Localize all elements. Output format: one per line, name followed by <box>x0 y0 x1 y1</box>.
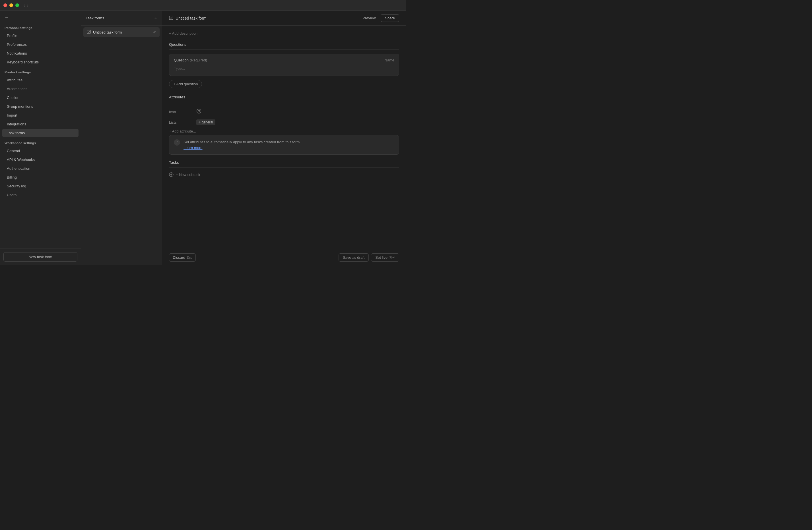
personal-settings-label: Personal settings <box>0 22 81 31</box>
form-item-label: Untitled task form <box>93 30 150 34</box>
info-text-content: Set attributes to automatically apply to… <box>184 140 301 144</box>
attribute-tag-text: general <box>202 120 213 124</box>
form-title-icon <box>169 16 173 21</box>
bottom-left: Discard Esc <box>169 253 196 262</box>
attribute-icon-value <box>196 108 201 115</box>
workspace-settings-label: Workspace settings <box>0 137 81 146</box>
discard-button[interactable]: Discard Esc <box>169 253 196 262</box>
header-actions: Preview Share <box>360 14 399 22</box>
new-subtask-label: + New subtask <box>176 173 200 177</box>
question-title: Question <box>174 58 189 62</box>
add-form-button[interactable]: + <box>154 16 157 21</box>
preview-button[interactable]: Preview <box>360 15 378 21</box>
tasks-section: Tasks + New subtask <box>169 160 399 179</box>
attributes-heading: Attributes <box>169 95 399 102</box>
questions-heading: Questions <box>169 42 399 50</box>
learn-more-link[interactable]: Learn more <box>184 146 202 150</box>
main-body: + Add description Questions Question (Re… <box>162 26 406 250</box>
question-card: Question (Required) Name <box>169 54 399 76</box>
nav-arrows: ‹ › <box>24 3 28 8</box>
add-description-button[interactable]: + Add description <box>169 31 399 35</box>
nav-back-icon[interactable]: ‹ <box>24 3 25 8</box>
sidebar-item-import[interactable]: Import <box>2 111 78 119</box>
sidebar-item-notifications[interactable]: Notifications <box>2 49 78 57</box>
new-subtask-button[interactable]: + New subtask <box>169 171 399 179</box>
attribute-row-icon: Icon <box>169 106 399 117</box>
share-button[interactable]: Share <box>381 14 399 22</box>
attribute-icon-key: Icon <box>169 110 192 114</box>
minimize-button[interactable] <box>10 3 13 7</box>
sidebar-header: ← <box>0 11 81 22</box>
question-title-area: Question (Required) <box>174 58 207 62</box>
discard-label: Discard <box>173 255 185 260</box>
add-attribute-button[interactable]: + Add attribute... <box>169 127 399 135</box>
question-input[interactable] <box>174 65 394 72</box>
main-title: Untitled task form <box>169 16 206 21</box>
sidebar: ← Personal settings Profile Preferences … <box>0 11 81 265</box>
add-question-button[interactable]: + Add question <box>169 80 202 88</box>
sidebar-item-keyboard-shortcuts[interactable]: Keyboard shortcuts <box>2 58 78 66</box>
maximize-button[interactable] <box>15 3 19 7</box>
attribute-row-lists: Lists # general <box>169 117 399 127</box>
back-button[interactable]: ← <box>4 15 9 20</box>
sidebar-item-automations[interactable]: Automations <box>2 85 78 93</box>
save-draft-button[interactable]: Save as draft <box>338 253 369 262</box>
sidebar-item-integrations[interactable]: Integrations <box>2 120 78 128</box>
attribute-icon-button[interactable] <box>196 108 201 115</box>
info-box: i Set attributes to automatically apply … <box>169 135 399 155</box>
attributes-section: Attributes Icon Lists <box>169 95 399 155</box>
question-required-text: (Required) <box>190 58 207 62</box>
info-icon: i <box>174 139 180 146</box>
form-item-icon <box>87 30 91 35</box>
form-list-item[interactable]: Untitled task form <box>83 27 160 37</box>
discard-kbd: Esc <box>187 256 192 259</box>
titlebar: ‹ › <box>0 0 406 11</box>
sidebar-item-profile[interactable]: Profile <box>2 32 78 40</box>
app-body: ← Personal settings Profile Preferences … <box>0 11 406 265</box>
close-button[interactable] <box>3 3 7 7</box>
sidebar-item-api-webhooks[interactable]: API & Webhooks <box>2 156 78 164</box>
main-header: Untitled task form Preview Share <box>162 11 406 26</box>
question-name-label: Name <box>385 58 394 62</box>
sidebar-item-billing[interactable]: Billing <box>2 173 78 181</box>
bottom-right: Save as draft Set live ⌘↵ <box>338 253 399 262</box>
sidebar-item-preferences[interactable]: Preferences <box>2 40 78 49</box>
new-task-form-button[interactable]: New task form <box>3 252 77 262</box>
sidebar-item-security-log[interactable]: Security log <box>2 182 78 190</box>
question-header: Question (Required) Name <box>174 58 394 62</box>
attribute-tag-icon: # <box>199 120 201 124</box>
info-text: Set attributes to automatically apply to… <box>184 139 301 150</box>
main-content: Untitled task form Preview Share + Add d… <box>162 11 406 265</box>
sidebar-item-task-forms[interactable]: Task forms <box>2 129 78 137</box>
form-title-text: Untitled task form <box>176 16 206 20</box>
edit-form-icon[interactable] <box>153 30 156 35</box>
tasks-heading: Tasks <box>169 160 399 168</box>
middle-panel: Task forms + Untitled task form <box>81 11 162 265</box>
attribute-lists-value: # general <box>196 119 215 125</box>
attribute-lists-key: Lists <box>169 120 192 124</box>
bottom-bar: Discard Esc Save as draft Set live ⌘↵ <box>162 250 406 265</box>
sidebar-item-attributes[interactable]: Attributes <box>2 76 78 84</box>
product-settings-label: Product settings <box>0 67 81 76</box>
set-live-label: Set live <box>375 255 388 260</box>
middle-header: Task forms + <box>81 11 162 26</box>
svg-rect-1 <box>169 16 173 20</box>
sidebar-bottom: New task form <box>0 249 81 265</box>
middle-title: Task forms <box>86 16 104 20</box>
set-live-button[interactable]: Set live ⌘↵ <box>371 253 399 262</box>
nav-forward-icon[interactable]: › <box>27 3 28 8</box>
attribute-tag[interactable]: # general <box>196 119 215 125</box>
sidebar-item-group-mentions[interactable]: Group mentions <box>2 102 78 111</box>
sidebar-item-copilot[interactable]: Copilot <box>2 93 78 102</box>
svg-point-3 <box>199 111 199 112</box>
set-live-kbd: ⌘↵ <box>389 255 395 259</box>
sidebar-item-general[interactable]: General <box>2 147 78 155</box>
sidebar-item-users[interactable]: Users <box>2 191 78 199</box>
sidebar-item-authentication[interactable]: Authentication <box>2 164 78 173</box>
